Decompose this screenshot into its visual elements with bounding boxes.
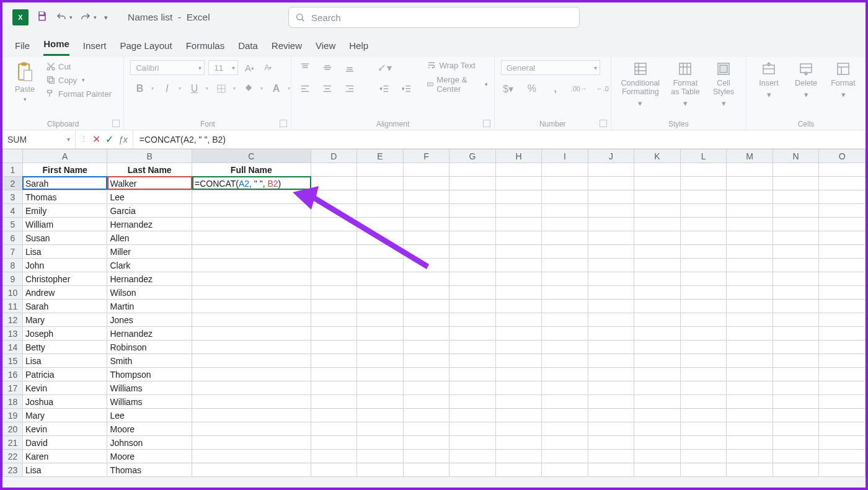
- cell-A2[interactable]: Sarah: [22, 177, 107, 190]
- undo-button[interactable]: ▾: [56, 12, 73, 23]
- cell-G23[interactable]: [450, 463, 496, 477]
- cell-O3[interactable]: [819, 190, 866, 204]
- cell-J4[interactable]: [588, 204, 634, 218]
- cell-B14[interactable]: Robinson: [107, 341, 192, 354]
- currency-icon[interactable]: $▾: [501, 81, 516, 96]
- cell-E18[interactable]: [357, 395, 404, 409]
- cell-H11[interactable]: [495, 300, 542, 313]
- cell-N22[interactable]: [773, 450, 819, 463]
- cell-B12[interactable]: Jones: [107, 313, 192, 327]
- cell-O1[interactable]: [819, 163, 866, 177]
- cell-G4[interactable]: [450, 204, 496, 218]
- cell-F11[interactable]: [403, 300, 450, 313]
- cell-E12[interactable]: [357, 313, 404, 327]
- cell-N16[interactable]: [773, 368, 819, 381]
- align-bottom-icon[interactable]: [342, 60, 357, 75]
- cell-B7[interactable]: Miller: [107, 245, 192, 259]
- cell-G5[interactable]: [450, 218, 496, 231]
- cell-J18[interactable]: [588, 395, 634, 409]
- cell-E20[interactable]: [357, 422, 404, 436]
- col-header-M[interactable]: M: [727, 149, 773, 163]
- align-top-icon[interactable]: [298, 60, 312, 75]
- cell-I9[interactable]: [542, 272, 588, 286]
- cell-A22[interactable]: Karen: [22, 450, 107, 463]
- increase-decimal-icon[interactable]: .00→: [572, 81, 587, 96]
- cell-G13[interactable]: [450, 327, 496, 341]
- cell-I13[interactable]: [542, 327, 588, 341]
- cell-E16[interactable]: [357, 368, 404, 381]
- cell-A9[interactable]: Christopher: [22, 272, 107, 286]
- clipboard-launcher-icon[interactable]: [112, 120, 120, 127]
- name-box-dropdown-icon[interactable]: ⋮: [81, 135, 87, 143]
- cell-A17[interactable]: Kevin: [22, 381, 107, 395]
- cell-A8[interactable]: John: [22, 259, 107, 272]
- cell-N11[interactable]: [773, 300, 819, 313]
- paste-button[interactable]: Paste▾: [9, 60, 41, 104]
- cell-F15[interactable]: [403, 354, 450, 368]
- cell-G11[interactable]: [450, 300, 496, 313]
- cell-F23[interactable]: [403, 463, 450, 477]
- cell-J14[interactable]: [588, 341, 634, 354]
- format-as-table-button[interactable]: Format as Table▾: [668, 60, 702, 109]
- cell-B6[interactable]: Allen: [107, 231, 192, 245]
- cell-O18[interactable]: [819, 395, 866, 409]
- row-header-12[interactable]: 12: [3, 313, 23, 327]
- number-format-select[interactable]: General: [501, 60, 600, 75]
- cell-D9[interactable]: [311, 272, 357, 286]
- cell-D14[interactable]: [311, 341, 357, 354]
- cell-styles-button[interactable]: Cell Styles▾: [707, 60, 740, 109]
- cell-M14[interactable]: [727, 341, 773, 354]
- cell-E1[interactable]: [357, 163, 404, 177]
- cell-K23[interactable]: [634, 463, 681, 477]
- row-header-11[interactable]: 11: [3, 300, 23, 313]
- alignment-launcher-icon[interactable]: [483, 120, 490, 127]
- cell-L22[interactable]: [680, 450, 727, 463]
- underline-button[interactable]: U: [185, 81, 203, 96]
- tab-home[interactable]: Home: [43, 38, 69, 56]
- cell-G12[interactable]: [450, 313, 496, 327]
- row-header-5[interactable]: 5: [3, 218, 23, 231]
- cell-N8[interactable]: [773, 259, 819, 272]
- cell-M18[interactable]: [727, 395, 773, 409]
- col-header-C[interactable]: C: [192, 149, 311, 163]
- row-header-16[interactable]: 16: [3, 368, 23, 381]
- row-header-4[interactable]: 4: [3, 204, 23, 218]
- col-header-I[interactable]: I: [542, 149, 588, 163]
- comma-icon[interactable]: ,: [548, 81, 563, 96]
- cell-M19[interactable]: [727, 409, 773, 422]
- cell-I4[interactable]: [542, 204, 588, 218]
- cell-D23[interactable]: [311, 463, 357, 477]
- cell-L4[interactable]: [680, 204, 727, 218]
- format-cells-button[interactable]: Format▾: [827, 60, 859, 100]
- cell-H7[interactable]: [495, 245, 542, 259]
- cell-M21[interactable]: [727, 436, 773, 450]
- cell-O7[interactable]: [819, 245, 866, 259]
- cell-K1[interactable]: [634, 163, 681, 177]
- cell-G15[interactable]: [450, 354, 496, 368]
- cell-K12[interactable]: [634, 313, 681, 327]
- cell-M16[interactable]: [727, 368, 773, 381]
- cell-D15[interactable]: [311, 354, 357, 368]
- cell-L14[interactable]: [680, 341, 727, 354]
- cell-J9[interactable]: [588, 272, 634, 286]
- cell-H18[interactable]: [495, 395, 542, 409]
- insert-function-button[interactable]: ƒx: [118, 135, 128, 145]
- col-header-A[interactable]: A: [22, 149, 107, 163]
- cell-F20[interactable]: [403, 422, 450, 436]
- cell-D11[interactable]: [311, 300, 357, 313]
- cell-O22[interactable]: [819, 450, 866, 463]
- cell-B11[interactable]: Martin: [107, 300, 192, 313]
- cell-F3[interactable]: [403, 190, 450, 204]
- cell-G19[interactable]: [450, 409, 496, 422]
- cell-H16[interactable]: [495, 368, 542, 381]
- cell-A5[interactable]: William: [22, 218, 107, 231]
- cut-button[interactable]: Cut: [46, 61, 112, 71]
- decrease-font-icon[interactable]: A▾: [260, 60, 275, 75]
- cell-K3[interactable]: [634, 190, 681, 204]
- cell-M7[interactable]: [727, 245, 773, 259]
- col-header-J[interactable]: J: [588, 149, 634, 163]
- cell-I18[interactable]: [542, 395, 588, 409]
- cell-L8[interactable]: [680, 259, 727, 272]
- cell-A12[interactable]: Mary: [22, 313, 107, 327]
- name-box[interactable]: SUM: [2, 130, 76, 148]
